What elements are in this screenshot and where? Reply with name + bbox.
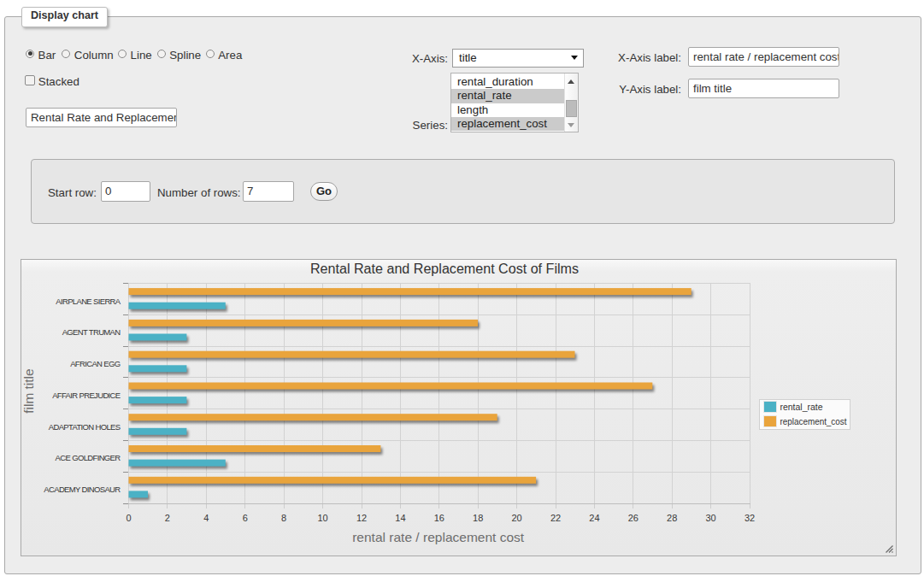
svg-text:18: 18: [473, 513, 483, 523]
svg-text:AIRPLANE SIERRA: AIRPLANE SIERRA: [56, 297, 121, 306]
svg-text:32: 32: [744, 513, 755, 523]
svg-text:4: 4: [203, 513, 209, 523]
svg-text:10: 10: [317, 513, 327, 523]
svg-text:0: 0: [126, 513, 131, 523]
svg-text:30: 30: [705, 513, 715, 523]
svg-text:22: 22: [550, 513, 561, 523]
svg-text:26: 26: [628, 513, 639, 523]
svg-text:ADAPTATION HOLES: ADAPTATION HOLES: [49, 422, 121, 432]
svg-text:AFRICAN EGG: AFRICAN EGG: [70, 359, 121, 368]
svg-text:12: 12: [356, 513, 367, 523]
svg-text:film title: film title: [23, 368, 37, 414]
svg-text:28: 28: [667, 513, 677, 523]
svg-text:AFFAIR PREJUDICE: AFFAIR PREJUDICE: [52, 391, 121, 400]
svg-text:rental rate / replacement cost: rental rate / replacement cost: [352, 531, 524, 544]
svg-text:6: 6: [243, 513, 248, 523]
svg-text:8: 8: [281, 513, 286, 523]
svg-text:16: 16: [434, 513, 444, 523]
svg-text:20: 20: [511, 513, 521, 523]
svg-text:24: 24: [589, 513, 599, 523]
svg-text:2: 2: [165, 513, 170, 523]
svg-text:ACADEMY DINOSAUR: ACADEMY DINOSAUR: [44, 485, 121, 494]
svg-text:Rental Rate and Replacement Co: Rental Rate and Replacement Cost of Film…: [310, 262, 579, 276]
svg-text:14: 14: [395, 513, 405, 523]
svg-text:replacement_cost: replacement_cost: [780, 416, 848, 426]
svg-text:AGENT TRUMAN: AGENT TRUMAN: [62, 327, 121, 337]
svg-text:rental_rate: rental_rate: [780, 402, 823, 412]
svg-text:ACE GOLDFINGER: ACE GOLDFINGER: [56, 453, 121, 462]
